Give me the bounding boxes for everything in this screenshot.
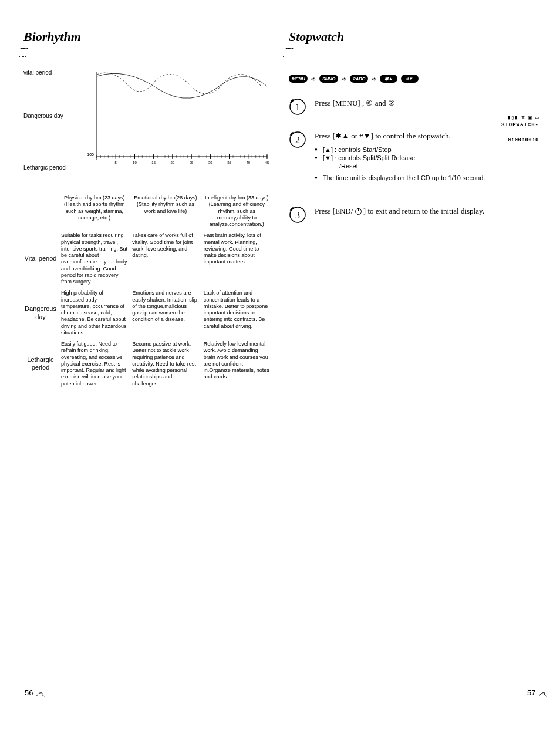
stopwatch-title: Stopwatch	[289, 29, 537, 45]
step-number-1-icon: 1	[289, 98, 306, 116]
biorhythm-chart-svg: 51015202530354045	[91, 72, 273, 171]
arrow-right-icon: ➪	[311, 76, 316, 82]
svg-text:30: 30	[208, 161, 212, 164]
crumb-6: 6MNO	[319, 75, 338, 83]
lcd-time: 0:00:00:0	[480, 137, 539, 143]
signal-icon: ▮▯▮	[507, 114, 518, 121]
cell-dangerous-physical: High probability of increased body tempe…	[61, 290, 129, 336]
row-label-vital: Vital period	[23, 255, 58, 263]
step-1-text: Press [MENU] , ⑥ and ②	[315, 98, 395, 109]
page-stopwatch: Stopwatch ⁓ 〰 MENU ➪ 6MNO ➪ 2ABC ➪ ✱▲ #▼…	[289, 29, 537, 387]
cell-dangerous-intelligent: Lack of attention and concentration lead…	[204, 290, 271, 336]
step-number-2-icon: 2	[289, 131, 306, 148]
page-number-right: 57	[527, 688, 548, 699]
cell-dangerous-emotional: Emotions and nerves are easily shaken. I…	[132, 290, 200, 336]
lcd-preview: ▮▯▮ ☎ ▣ ▭ STOPWATCH- 0:00:00:0	[480, 114, 539, 143]
arrow-right-icon: ➪	[372, 76, 376, 82]
step-2-lead: Press [✱▲ or #▼] to control the stopwatc…	[315, 131, 485, 141]
biorhythm-chart: vital period Dangerous day Lethargic per…	[59, 72, 271, 177]
svg-text:15: 15	[151, 161, 156, 164]
svg-text:5: 5	[115, 161, 117, 164]
svg-text:40: 40	[246, 161, 250, 164]
svg-text:3: 3	[295, 210, 300, 220]
square-icon: ▣	[528, 114, 532, 121]
row-label-lethargic: Lethargic period	[23, 356, 58, 373]
svg-text:45: 45	[265, 161, 269, 164]
step-3-text: Press [END/ ] to exit and return to the …	[315, 206, 484, 217]
svg-text:20: 20	[171, 161, 175, 164]
row-label-dangerous: Dangerous day	[23, 305, 58, 322]
title-underline-icon: ⁓	[285, 46, 537, 50]
svg-text:10: 10	[133, 161, 137, 164]
svg-text:2: 2	[295, 135, 300, 145]
battery-icon: ▭	[535, 114, 539, 121]
page-ornament-icon	[35, 688, 46, 699]
crumb-star-up: ✱▲	[380, 75, 397, 83]
cell-vital-physical: Suitable for tasks requiring physical st…	[61, 232, 129, 285]
lcd-title: STOPWATCH-	[480, 122, 539, 128]
squiggle-icon: 〰	[18, 54, 271, 60]
step-2-bullet-up: [▲] : controls Start/Stop	[315, 146, 485, 153]
chart-label-lethargic: Lethargic period	[23, 164, 66, 171]
step-1: 1 Press [MENU] , ⑥ and ②	[289, 98, 537, 116]
chart-label-dangerous: Dangerous day	[23, 113, 63, 119]
key-breadcrumb: MENU ➪ 6MNO ➪ 2ABC ➪ ✱▲ #▼	[289, 75, 537, 83]
step-2-bullet-down-cont: /Reset	[315, 163, 485, 170]
biorhythm-title: Biorhythm	[23, 29, 271, 45]
cell-vital-emotional: Takes care of works full of vitality. Go…	[132, 232, 200, 285]
crumb-hash-down: #▼	[401, 75, 419, 83]
cell-lethargic-physical: Easily fatigued. Need to refrain from dr…	[61, 341, 129, 387]
page-number-left: 56	[25, 688, 46, 699]
page-ornament-icon	[538, 688, 548, 699]
crumb-2: 2ABC	[350, 75, 368, 83]
page-biorhythm: Biorhythm ⁓ 〰 vital period Dangerous day…	[23, 29, 271, 387]
svg-text:35: 35	[227, 161, 231, 164]
cell-vital-intelligent: Fast brain activity, lots of mental work…	[204, 232, 271, 285]
col-header-emotional: Emotional rhythm(28 days) (Stability rhy…	[132, 195, 200, 228]
chart-label-vital: vital period	[23, 69, 52, 76]
title-underline-icon: ⁓	[20, 46, 271, 50]
col-header-physical: Physical rhythm (23 days) (Health and sp…	[61, 195, 129, 228]
cell-lethargic-intelligent: Relatively low level mental work. Avoid …	[204, 341, 271, 387]
power-icon	[355, 208, 362, 215]
svg-text:25: 25	[190, 161, 194, 164]
crumb-menu: MENU	[289, 75, 308, 83]
arrow-right-icon: ➪	[342, 76, 346, 82]
col-header-intelligent: Intelligent rhythm (33 days) (Learning a…	[204, 195, 271, 228]
step-number-3-icon: 3	[289, 206, 306, 224]
svg-text:1: 1	[295, 102, 300, 112]
step-2-bullet-down: [▼] : conrtols Split/Split Release	[315, 154, 485, 161]
squiggle-icon: 〰	[283, 54, 537, 60]
step-3: 3 Press [END/ ] to exit and return to th…	[289, 206, 537, 224]
step-2-bullet-lcd: The time unit is displayed on the LCD up…	[315, 174, 485, 181]
cell-lethargic-emotional: Become passive at work. Better not to ta…	[132, 341, 200, 387]
phone-icon: ☎	[521, 114, 525, 121]
biorhythm-table: Physical rhythm (23 days) (Health and sp…	[23, 195, 271, 387]
